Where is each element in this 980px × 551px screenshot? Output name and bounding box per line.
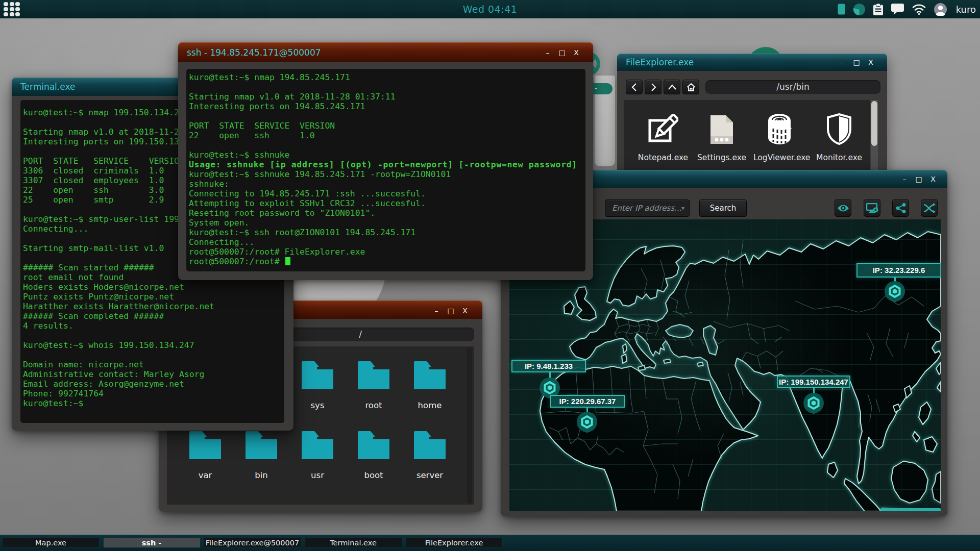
taskbar-item-fileexplorer-exe[interactable]: FileExplorer.exe [405, 537, 503, 548]
battery-icon[interactable] [838, 4, 845, 15]
app-label: Monitor.exe [812, 153, 866, 162]
terminal-line: root@500007:/root# FileExplorer.exe [189, 247, 585, 257]
ip-node-icon[interactable] [884, 281, 905, 302]
ip-label[interactable]: IP: 199.150.134.247 [777, 375, 850, 388]
map-horizontal-scrollbar[interactable] [880, 508, 941, 511]
eye-tool-button[interactable] [835, 199, 851, 217]
up-button[interactable] [664, 80, 680, 94]
share-icon [896, 203, 906, 213]
fe1-title: FileExplorer.exe [626, 57, 694, 67]
folder-label: server [402, 470, 458, 480]
folder-item-var[interactable]: var [177, 431, 233, 480]
terminal-line: root@500007:/root# [189, 257, 585, 266]
chevron-down-icon: ▾ [681, 200, 684, 216]
ip-label[interactable]: IP: 9.48.1.233 [511, 360, 586, 372]
folder-label: sys [289, 400, 346, 410]
ip-dropdown-placeholder: Enter IP address... [612, 204, 682, 213]
ssh-close-button[interactable]: X [569, 43, 583, 62]
logviewer-icon [753, 113, 807, 145]
shuffle-tool-button[interactable] [921, 199, 938, 217]
username[interactable]: kuro [956, 4, 976, 15]
fe1-minimize-button[interactable]: – [835, 53, 849, 71]
fe2-minimize-button[interactable]: – [429, 302, 444, 320]
folder-item-bin[interactable]: bin [233, 431, 289, 480]
folder-label: usr [289, 470, 346, 480]
ssh-titlebar[interactable]: ssh - 194.85.245.171@500007 [178, 42, 593, 62]
folder-item-root[interactable]: root [346, 361, 402, 410]
terminal-line: Phone: 992741764 [23, 389, 284, 398]
folder-icon [346, 431, 402, 461]
app-item-logviewer-exe[interactable]: LogViewer.exe [753, 113, 807, 162]
ssh-minimize-button[interactable]: – [541, 43, 555, 62]
back-button[interactable] [626, 80, 643, 94]
ssh-maximize-button[interactable]: □ [555, 43, 569, 62]
ip-label[interactable]: IP: 220.29.67.37 [550, 395, 625, 408]
taskbar-item-fileexplorer-exe-500007[interactable]: FileExplorer.exe@500007 [204, 537, 301, 548]
terminal-line: System open. [189, 218, 585, 228]
folder-label: var [177, 470, 233, 480]
terminal-line [189, 140, 585, 150]
terminal-line: Haratther exists Haratther@nicorpe.net [23, 302, 284, 311]
notepad-icon [636, 113, 690, 145]
folder-icon [402, 431, 458, 461]
share-tool-button[interactable] [892, 199, 909, 217]
fe1-maximize-button[interactable]: □ [849, 53, 864, 71]
folder-item-boot[interactable]: boot [346, 431, 402, 480]
fe1-close-button[interactable]: X [864, 53, 878, 71]
home-button[interactable] [682, 80, 699, 94]
folder-label: root [346, 400, 402, 410]
map-minimize-button[interactable]: – [897, 170, 912, 188]
terminal-line: 4 results. [23, 321, 284, 331]
terminal-title: Terminal.exe [20, 82, 75, 92]
terminal-line: Attempting to exploit SSHv1 CRC32 ...suc… [189, 198, 585, 208]
folder-icon [233, 431, 289, 461]
app-item-notepad-exe[interactable]: Notepad.exe [636, 113, 690, 162]
search-button[interactable]: Search [699, 199, 747, 217]
wifi-icon[interactable] [912, 4, 926, 15]
ip-node-icon[interactable] [576, 411, 598, 433]
folder-item-usr[interactable]: usr [289, 431, 346, 480]
ssh-output[interactable]: kuro@test:~$ nmap 194.85.245.171Starting… [186, 69, 585, 271]
folder-icon [289, 431, 346, 461]
fe1-scrollbar-thumb[interactable] [871, 101, 877, 146]
chat-icon[interactable] [891, 4, 904, 15]
fe2-scrollbar[interactable] [467, 347, 472, 504]
terminal-line: Usage: sshnuke [ip address] [(opt) -port… [189, 160, 585, 169]
terminal-line: kuro@test:~$ whois 199.150.134.247 [23, 340, 284, 350]
terminal-line: Hoders exists Hoders@nicorpe.net [23, 282, 284, 292]
clipboard-icon[interactable] [873, 4, 883, 15]
app-item-monitor-exe[interactable]: Monitor.exe [812, 113, 866, 162]
terminal-line: kuro@test:~$ sshnuke 194.85.245.171 -roo… [189, 169, 585, 179]
map-close-button[interactable]: X [926, 170, 940, 188]
terminal-line: Connecting to 194.85.245.171 :ssh ...suc… [189, 189, 585, 198]
app-item-settings-exe[interactable]: Settings.exe [695, 113, 749, 162]
monitor-add-tool-button[interactable] [864, 199, 880, 217]
ssh-window: ssh - 194.85.245.171@500007 – □ X kuro@t… [178, 42, 593, 280]
terminal-line [23, 350, 284, 360]
taskbar-item-ssh-[interactable]: ssh - [103, 537, 201, 548]
system-tray: kuro [838, 0, 976, 18]
forward-button[interactable] [645, 80, 662, 94]
map-maximize-button[interactable]: □ [912, 170, 926, 188]
fe1-address-bar[interactable]: /usr/bin [705, 80, 880, 94]
fe2-maximize-button[interactable]: □ [444, 302, 458, 320]
fe1-toolbar: /usr/bin [617, 80, 887, 94]
folder-item-server[interactable]: server [402, 431, 458, 480]
terminal-line: kuro@test:~$ ssh root@Z1ON0101 194.85.24… [189, 228, 585, 237]
terminal-line: Starting nmap v1.0 at 2018-11-28 01:37:1… [189, 92, 585, 102]
ip-address-dropdown[interactable]: Enter IP address... ▾ [605, 199, 690, 217]
terminal-line: Interesting ports on 194.85.245.171 [189, 102, 585, 111]
ip-label[interactable]: IP: 32.23.229.6 [856, 263, 941, 278]
ip-node-icon[interactable] [803, 392, 824, 414]
terminal-line: Connecting... [189, 237, 585, 247]
avatar-icon[interactable] [934, 3, 947, 16]
file-explorer-window-usrbin: FileExplorer.exe – □ X /usr/bin Notepad.… [617, 54, 887, 177]
taskbar-item-map-exe[interactable]: Map.exe [2, 537, 100, 548]
folder-item-home[interactable]: home [402, 361, 458, 410]
pie-status-icon[interactable] [853, 4, 865, 15]
folder-item-sys[interactable]: sys [289, 361, 346, 410]
clock: Wed 04:41 [0, 4, 980, 15]
taskbar-item-terminal-exe[interactable]: Terminal.exe [305, 537, 402, 548]
monitor-add-icon [866, 203, 878, 213]
fe2-close-button[interactable]: X [458, 302, 472, 320]
